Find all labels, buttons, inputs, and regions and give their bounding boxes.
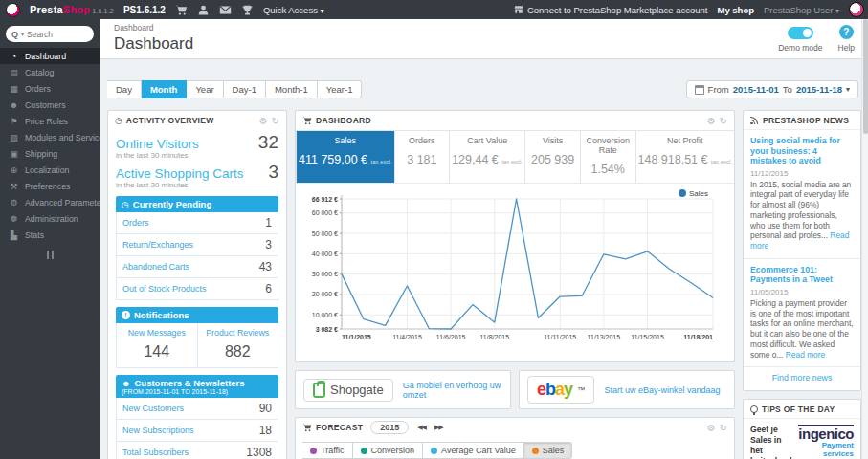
forecast-toggle[interactable]: Conversion <box>353 442 424 459</box>
shop-name-link[interactable]: PS1.6.1.2 <box>123 5 166 15</box>
online-visitors-link[interactable]: Online Visitors <box>116 137 199 151</box>
sidebar-item-label: Shipping <box>25 149 57 159</box>
fast-forward-icon[interactable]: ▶▶ <box>434 424 443 431</box>
sidebar-item[interactable]: ⚒ Preferences <box>0 178 100 194</box>
collapse-menu-icon[interactable] <box>47 251 54 259</box>
cart-icon[interactable] <box>175 4 188 16</box>
online-visitors-value: 32 <box>258 132 278 153</box>
forecast-toggle[interactable]: Sales <box>524 442 573 459</box>
svg-text:11/18/201: 11/18/201 <box>683 334 713 340</box>
refresh-icon[interactable]: ↻ <box>272 116 279 126</box>
sidebar-item[interactable]: ▦ Orders <box>0 80 100 97</box>
pending-link[interactable]: Orders <box>122 218 149 228</box>
kpi-tab[interactable]: Visits 205 939 <box>524 131 580 183</box>
ebay-link[interactable]: Start uw eBay-winkel vandaag <box>604 385 720 395</box>
ebay-banner[interactable]: ebay™ Start uw eBay-winkel vandaag <box>519 370 735 409</box>
pending-value: 43 <box>259 260 272 273</box>
tips-of-the-day-panel: TIPS OF THE DAY Geef je Sales in het bui… <box>743 399 861 459</box>
search-input[interactable] <box>27 30 77 39</box>
my-shop-link[interactable]: My shop <box>717 5 754 15</box>
forecast-toggle[interactable]: Traffic <box>302 442 353 459</box>
scrollbar[interactable] <box>861 19 868 459</box>
kpi-tab[interactable]: Net Profit 148 918,51 € tax excl. <box>635 131 735 183</box>
sidebar-item[interactable]: ☸ Administration <box>0 210 100 227</box>
notifications-section: !Notifications New Messages 144 Product … <box>116 307 278 368</box>
envelope-icon[interactable] <box>219 4 232 16</box>
quick-access-menu[interactable]: Quick Access ▾ <box>263 5 324 15</box>
rewind-icon[interactable]: ◀◀ <box>417 424 426 431</box>
sidebar-item[interactable]: ◔ Dashboard <box>0 48 100 64</box>
panel-title: PRESTASHOP NEWS <box>763 116 849 125</box>
notification-cell[interactable]: New Messages 144 <box>117 323 197 367</box>
kpi-tab[interactable]: Sales 411 759,00 € tax excl. <box>296 131 394 183</box>
article-excerpt: Picking a payment provider is one of the… <box>750 298 854 361</box>
svg-text:30 000 €: 30 000 € <box>312 271 338 277</box>
page-title: Dashboard <box>114 34 868 54</box>
sidebar-search[interactable]: Q ▾ <box>6 26 94 42</box>
demo-mode-toggle[interactable] <box>788 27 813 39</box>
date-range-button[interactable]: From2015-11-01 To2015-11-18 ▾ <box>686 80 858 98</box>
customers-link[interactable]: New Subscriptions <box>122 426 194 435</box>
forecast-year[interactable]: 2015 <box>370 421 409 434</box>
active-carts-link[interactable]: Active Shopping Carts <box>116 166 244 181</box>
sidebar-item-icon: ▤ <box>9 68 19 77</box>
user-menu[interactable]: PrestaShop User ▾ <box>764 5 839 15</box>
refresh-icon[interactable]: ↻ <box>720 116 727 126</box>
forecast-toggle[interactable]: Average Cart Value <box>423 442 524 459</box>
sidebar-item[interactable]: ☻ Customers <box>0 97 100 113</box>
customers-link[interactable]: New Customers <box>122 404 184 413</box>
sales-chart[interactable]: 66 912 €60 000 €50 000 €40 000 €30 000 €… <box>298 187 723 358</box>
cart-icon <box>302 423 312 432</box>
range-button[interactable]: Day <box>107 80 142 98</box>
pending-row: Out of Stock Products 6 <box>116 278 278 300</box>
chevron-down-icon[interactable]: ▾ <box>21 31 24 37</box>
sidebar-item-label: Advanced Parameters <box>25 198 100 208</box>
sidebar-item[interactable]: ▣ Shipping <box>0 145 100 162</box>
series-dot-icon <box>532 448 539 454</box>
sidebar-item[interactable]: ▤ Catalog <box>0 64 100 80</box>
gear-icon[interactable]: ⚙ <box>707 116 716 126</box>
gear-icon[interactable]: ⚙ <box>707 423 716 433</box>
tip-heading: Geef je Sales in het buitenland een Boos… <box>750 425 794 459</box>
trophy-icon[interactable] <box>241 4 254 16</box>
avatar[interactable] <box>849 2 864 17</box>
kpi-tab[interactable]: Orders 3 181 <box>394 131 450 183</box>
pending-link[interactable]: Return/Exchanges <box>122 240 193 250</box>
notification-cell[interactable]: Product Reviews 882 <box>197 323 278 367</box>
series-dot-icon <box>310 448 317 454</box>
series-dot-icon <box>431 448 437 454</box>
marketplace-link[interactable]: Connect to PrestaShop Marketplace accoun… <box>514 5 708 15</box>
sidebar-item[interactable]: ⚙ Advanced Parameters <box>0 194 100 210</box>
article-title-link[interactable]: Ecommerce 101: Payments in a Tweet <box>750 265 854 285</box>
online-visitors-metric: Online Visitors 32 in the last 30 minute… <box>108 130 286 160</box>
range-button[interactable]: Day-1 <box>224 80 266 98</box>
sidebar-item[interactable]: ⊕ Localization <box>0 162 100 178</box>
article-title-link[interactable]: Using social media for your business: 4 … <box>750 136 854 166</box>
customers-link[interactable]: Total Subscribers <box>122 448 189 457</box>
breadcrumb[interactable]: Dashboard <box>114 23 868 33</box>
pending-link[interactable]: Out of Stock Products <box>122 284 207 294</box>
sidebar-item[interactable]: ▧ Modules and Services <box>0 129 100 145</box>
help-icon[interactable]: ? <box>839 25 854 39</box>
sidebar-item[interactable]: ▙ Stats <box>0 227 100 243</box>
pending-link[interactable]: Abandoned Carts <box>122 262 189 272</box>
range-button[interactable]: Year <box>187 80 223 98</box>
scrollbar-thumb[interactable] <box>863 19 868 134</box>
sidebar-item-icon: ⚒ <box>9 182 19 191</box>
sidebar-item[interactable]: ⚑ Price Rules <box>0 113 100 129</box>
sidebar-menu: ◔ Dashboard ▤ Catalog ▦ Orders ☻ Custome… <box>0 48 100 243</box>
range-button[interactable]: Year-1 <box>318 80 363 98</box>
refresh-icon[interactable]: ↻ <box>720 423 727 433</box>
range-button[interactable]: Month-1 <box>266 80 318 98</box>
shopgate-link[interactable]: Ga mobiel en verhoog uw omzet <box>403 381 502 400</box>
series-dot-icon <box>361 448 367 454</box>
rss-icon <box>750 116 759 124</box>
kpi-tab[interactable]: Cart Value 129,44 € tax excl. <box>449 131 524 183</box>
gear-icon[interactable]: ⚙ <box>259 116 268 126</box>
read-more-link[interactable]: Read more <box>786 350 825 360</box>
shopgate-banner[interactable]: Shopgate Ga mobiel en verhoog uw omzet <box>295 370 511 409</box>
range-button[interactable]: Month <box>142 80 188 98</box>
kpi-tab[interactable]: Conversion Rate 1.54% <box>580 131 635 183</box>
find-more-news-link[interactable]: Find more news <box>744 366 860 390</box>
person-icon[interactable] <box>197 4 210 16</box>
